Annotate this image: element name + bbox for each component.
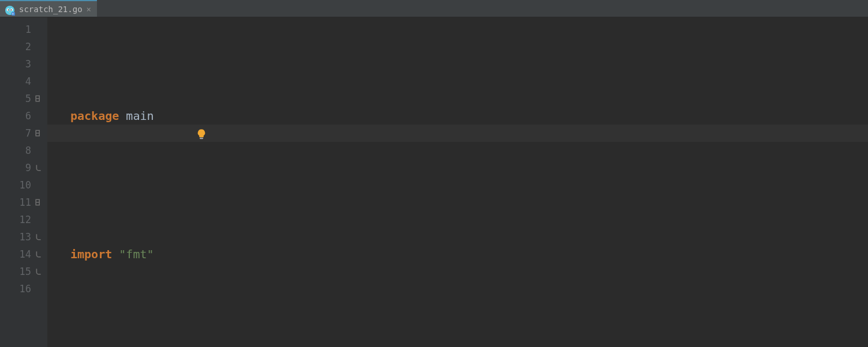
svg-point-4 (11, 9, 12, 10)
string-literal: "fmt" (119, 247, 154, 261)
fold-end-icon[interactable] (35, 233, 43, 241)
close-icon[interactable]: × (87, 1, 91, 18)
svg-rect-7 (199, 138, 203, 139)
keyword: import (70, 247, 112, 261)
line-number[interactable]: 16 (0, 280, 31, 297)
gutter: 1 2 3 4 5 6 7 8 9 10 11 12 13 14 15 16 (0, 17, 47, 347)
line-number[interactable]: 12 (0, 211, 31, 228)
tab-bar: scratch_21.go × (0, 0, 868, 17)
fold-toggle-icon[interactable] (35, 95, 43, 103)
fold-end-icon[interactable] (35, 250, 43, 258)
line-number[interactable]: 5 (0, 90, 31, 107)
svg-point-3 (8, 9, 9, 10)
go-file-icon (5, 4, 15, 14)
line-number[interactable]: 7 (0, 125, 31, 142)
line-number[interactable]: 15 (0, 263, 31, 280)
lightbulb-icon[interactable] (140, 110, 151, 122)
editor: 1 2 3 4 5 6 7 8 9 10 11 12 13 14 15 16 (0, 17, 868, 347)
code-line (70, 315, 868, 332)
line-number[interactable]: 9 (0, 159, 31, 176)
code-line: import "fmt" (70, 246, 868, 263)
line-number[interactable]: 1 (0, 21, 31, 38)
code-area[interactable]: package main import "fmt" func _() { var… (47, 17, 868, 347)
line-number[interactable]: 8 (0, 142, 31, 159)
fold-end-icon[interactable] (35, 164, 43, 172)
line-number[interactable]: 13 (0, 228, 31, 246)
line-number[interactable]: 4 (0, 73, 31, 90)
code-line (70, 176, 868, 194)
line-number[interactable]: 10 (0, 176, 31, 194)
tab-scratch-21-go[interactable]: scratch_21.go × (0, 0, 97, 17)
svg-point-5 (9, 12, 10, 13)
line-number[interactable]: 11 (0, 194, 31, 211)
keyword: package (70, 109, 119, 123)
code-line: package main (70, 107, 868, 125)
line-number[interactable]: 2 (0, 38, 31, 55)
line-number[interactable]: 3 (0, 55, 31, 73)
fold-end-icon[interactable] (35, 267, 43, 276)
line-number[interactable]: 6 (0, 107, 31, 125)
fold-toggle-icon[interactable] (35, 129, 43, 137)
fold-toggle-icon[interactable] (35, 198, 43, 206)
line-number[interactable]: 14 (0, 246, 31, 263)
tab-filename: scratch_21.go (19, 1, 83, 18)
